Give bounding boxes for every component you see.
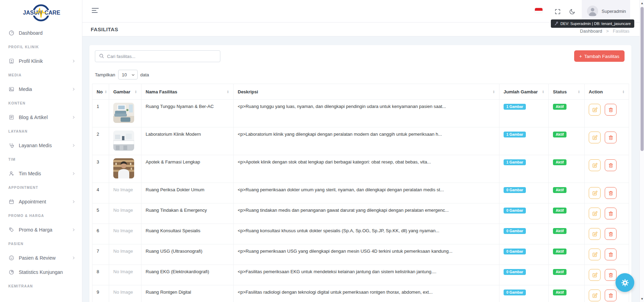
dark-mode-moon-icon[interactable] (567, 6, 577, 17)
settings-fab-button[interactable] (616, 273, 634, 292)
status-badge: Aktif (553, 208, 566, 213)
delete-button[interactable] (605, 104, 617, 116)
scroll-down-icon[interactable]: ▼ (640, 296, 644, 301)
search-input[interactable] (95, 50, 220, 62)
delete-button[interactable] (605, 228, 617, 240)
column-header-jumlah-gambar[interactable]: Jumlah Gambar▲▼ (499, 84, 549, 100)
sidebar-item-label: Promo & Harga (19, 227, 72, 233)
edit-button[interactable] (589, 208, 601, 219)
chevron-right-icon (72, 171, 76, 176)
scrollbar-thumb[interactable] (641, 7, 644, 151)
show-entries-suffix: data (140, 72, 149, 77)
delete-button[interactable] (605, 290, 617, 301)
hamburger-menu-icon[interactable] (92, 8, 99, 14)
sidebar-item-media[interactable]: Media (0, 82, 82, 96)
image-count-badge: 0 Gambar (504, 290, 526, 295)
delete-button[interactable] (605, 249, 617, 260)
breadcrumb-dashboard-link[interactable]: Dashboard (580, 28, 602, 34)
trash-icon (608, 135, 614, 141)
breadcrumb: Dashboard > Fasilitas (580, 28, 629, 34)
table-row: 8No ImageRuang EKG (Elektrokardiografi)<… (92, 265, 629, 285)
sidebar-item-tim-medis[interactable]: Tim Medis (0, 166, 82, 181)
column-header-deskripsi[interactable]: Deskripsi▲▼ (234, 84, 499, 100)
delete-button[interactable] (605, 132, 617, 143)
column-header-gambar[interactable]: Gambar▲▼ (109, 84, 141, 100)
sidebar-item-dashboard[interactable]: Dashboard (0, 26, 82, 40)
pie-chart-icon (8, 269, 15, 275)
image-count-badge: 0 Gambar (504, 249, 526, 254)
cell-image: No Image (109, 244, 141, 265)
cell-image (109, 155, 141, 183)
delete-button[interactable] (605, 159, 617, 171)
sidebar-item-appointment[interactable]: Appointment (0, 194, 82, 209)
cell-image-count: 0 Gambar (499, 183, 549, 203)
edit-button[interactable] (589, 290, 601, 301)
sidebar: JASUN CARE Dashboard PROFIL KLINIK Profi… (0, 0, 82, 302)
sidebar-item-pasien-review[interactable]: Pasien & Review (0, 251, 82, 265)
language-flag-icon[interactable] (535, 8, 543, 13)
sidebar-item-blog-artikel[interactable]: Blog & Artikel (0, 110, 82, 124)
add-facility-button[interactable]: +Tambah Fasilitas (574, 50, 625, 62)
edit-button[interactable] (589, 228, 601, 240)
smiley-icon (8, 255, 15, 261)
table-row: 4No ImageRuang Periksa Dokter Umum<p>Rua… (92, 183, 629, 203)
cell-image: No Image (109, 203, 141, 224)
page-size-select[interactable]: 10 (118, 70, 138, 79)
edit-button[interactable] (589, 187, 601, 199)
column-header-nama-fasilitas[interactable]: Nama Fasilitas▲▼ (141, 84, 234, 100)
sidebar-item-layanan-medis[interactable]: Layanan Medis (0, 138, 82, 152)
cell-description: <p>Fasilitas pemeriksaan EKG untuk mende… (234, 265, 499, 285)
scroll-up-icon[interactable]: ▲ (640, 1, 644, 6)
nav-section-label: PROFIL KLINIK (0, 40, 82, 54)
edit-button[interactable] (589, 249, 601, 260)
cell-image (109, 127, 141, 155)
nav-section-label: KEMITRAAN (0, 279, 82, 293)
cell-status: Aktif (549, 224, 585, 244)
cell-no: 3 (92, 155, 109, 183)
nav-section-label: PROMO & HARGA (0, 209, 82, 223)
nav-section-label: KONTEN (0, 96, 82, 110)
facility-thumbnail (113, 158, 134, 178)
sidebar-item-label: Media (19, 86, 72, 92)
table-body: 1Ruang Tunggu Nyaman & Ber-AC<p>Ruang tu… (92, 100, 629, 302)
cell-actions (585, 183, 629, 203)
edit-button[interactable] (589, 269, 601, 281)
cell-image (109, 100, 141, 127)
image-count-badge: 0 Gambar (504, 228, 526, 234)
cell-no: 6 (92, 224, 109, 244)
cell-facility-name: Ruang EKG (Elektrokardiografi) (141, 265, 234, 285)
nav-section-label: TIM (0, 152, 82, 166)
sidebar-item-statistics-kunjungan[interactable]: Statistics Kunjungan (0, 265, 82, 279)
edit-button[interactable] (589, 132, 601, 143)
delete-button[interactable] (605, 269, 617, 281)
column-header-action[interactable]: Action▲▼ (585, 84, 629, 100)
trash-icon (608, 231, 614, 237)
image-icon (8, 86, 15, 92)
sort-icon: ▲▼ (493, 90, 495, 93)
image-count-badge: 1 Gambar (504, 132, 526, 137)
delete-button[interactable] (605, 208, 617, 219)
cell-status: Aktif (549, 244, 585, 265)
fullscreen-icon[interactable] (552, 6, 563, 17)
page-scrollbar[interactable]: ▲ ▼ (639, 0, 644, 302)
cell-description: <p>Apotek klinik dengan stok obat lengka… (234, 155, 499, 183)
edit-pencil-icon (592, 211, 598, 217)
dev-mode-tooltip: DEV: Superadmin | DB: tenant_jasuncare (551, 19, 634, 28)
sidebar-item-profil-klinik[interactable]: Profil Klinik (0, 54, 82, 68)
column-header-status[interactable]: Status▲▼ (549, 84, 585, 100)
edit-button[interactable] (589, 104, 601, 116)
sidebar-item-promo-harga[interactable]: Promo & Harga (0, 223, 82, 237)
sort-icon: ▲▼ (542, 90, 544, 93)
cell-actions (585, 127, 629, 155)
user-menu[interactable]: Superadmin (582, 0, 630, 22)
cell-status: Aktif (549, 265, 585, 285)
table-row: 3Apotek & Farmasi Lengkap<p>Apotek klini… (92, 155, 629, 183)
page-title: FASILITAS (91, 26, 118, 32)
cell-facility-name: Ruang Konsultasi Spesialis (141, 224, 234, 244)
edit-button[interactable] (589, 159, 601, 171)
delete-button[interactable] (605, 187, 617, 199)
column-header-no[interactable]: No▲▼ (92, 84, 109, 100)
chevron-right-icon (72, 228, 76, 232)
brand-logo[interactable]: JASUN CARE (0, 0, 82, 24)
cell-facility-name: Apotek & Farmasi Lengkap (141, 155, 234, 183)
